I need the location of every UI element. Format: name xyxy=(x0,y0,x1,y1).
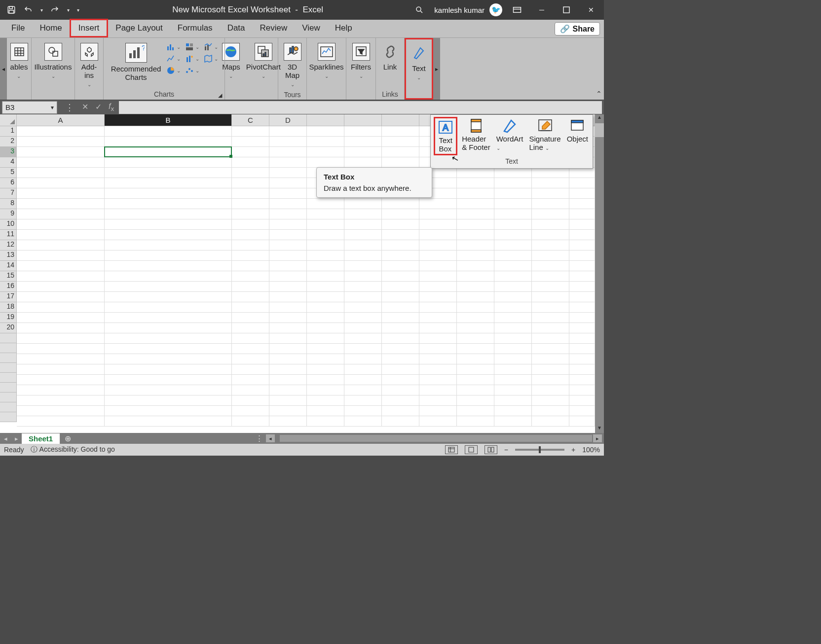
cell[interactable] xyxy=(232,375,269,385)
cell[interactable] xyxy=(382,199,419,209)
cell[interactable] xyxy=(457,313,494,323)
cell[interactable] xyxy=(269,188,307,199)
row-header[interactable]: 6 xyxy=(0,178,17,188)
cell[interactable] xyxy=(105,395,232,406)
cell[interactable] xyxy=(457,406,494,416)
cell[interactable] xyxy=(105,375,232,385)
column-chart-button[interactable]: ⌄ xyxy=(166,42,181,52)
column-header[interactable]: C xyxy=(232,114,269,126)
cell[interactable] xyxy=(232,313,269,323)
cell[interactable] xyxy=(269,313,307,323)
cell[interactable] xyxy=(232,323,269,333)
cell[interactable] xyxy=(532,313,569,323)
cell[interactable] xyxy=(344,292,382,302)
cell[interactable] xyxy=(532,292,569,302)
cell[interactable] xyxy=(232,292,269,302)
cell[interactable] xyxy=(307,364,344,375)
cell[interactable] xyxy=(344,416,382,427)
cell[interactable] xyxy=(105,271,232,282)
ribbon-scroll-left[interactable]: ◂ xyxy=(0,38,7,100)
cell[interactable] xyxy=(232,209,269,219)
cell[interactable] xyxy=(457,302,494,313)
cell[interactable] xyxy=(232,385,269,395)
tab-view[interactable]: View xyxy=(295,20,328,37)
row-header[interactable]: 3 xyxy=(0,147,17,157)
cell[interactable] xyxy=(307,344,344,354)
horizontal-scrollbar[interactable] xyxy=(280,435,592,442)
cell[interactable] xyxy=(419,313,457,323)
cell[interactable] xyxy=(494,344,532,354)
cell[interactable] xyxy=(382,385,419,395)
cell[interactable] xyxy=(457,271,494,282)
addins-button[interactable]: Add- ins⌄ xyxy=(77,41,101,89)
cell[interactable] xyxy=(419,261,457,271)
cell[interactable] xyxy=(344,271,382,282)
cell[interactable] xyxy=(569,416,595,427)
cell[interactable] xyxy=(457,178,494,188)
cell[interactable] xyxy=(344,313,382,323)
cell[interactable] xyxy=(307,219,344,230)
row-header[interactable]: 12 xyxy=(0,240,17,250)
cell[interactable] xyxy=(17,147,105,157)
cell[interactable] xyxy=(307,126,344,137)
zoom-level[interactable]: 100% xyxy=(582,446,600,454)
cell[interactable] xyxy=(569,178,595,188)
cell[interactable] xyxy=(382,147,419,157)
column-header[interactable]: A xyxy=(17,114,105,126)
row-header[interactable]: 20 xyxy=(0,323,17,333)
cell[interactable] xyxy=(307,250,344,261)
cell[interactable] xyxy=(569,292,595,302)
user-name[interactable]: kamlesh kumar xyxy=(434,6,485,14)
page-layout-view-button[interactable] xyxy=(465,445,478,454)
cell[interactable] xyxy=(569,250,595,261)
cell[interactable] xyxy=(344,240,382,250)
recommended-charts-button[interactable]: ? Recommended Charts xyxy=(108,41,164,84)
row-header[interactable]: 18 xyxy=(0,302,17,313)
search-icon[interactable] xyxy=(410,0,429,20)
cell[interactable] xyxy=(269,375,307,385)
cell[interactable] xyxy=(457,333,494,344)
column-header[interactable] xyxy=(344,114,382,126)
cell[interactable] xyxy=(532,188,569,199)
cell[interactable] xyxy=(344,395,382,406)
row-header[interactable]: 19 xyxy=(0,313,17,323)
cell[interactable] xyxy=(105,168,232,178)
cell[interactable] xyxy=(269,282,307,292)
cell[interactable] xyxy=(419,395,457,406)
cell[interactable] xyxy=(307,416,344,427)
cell[interactable] xyxy=(344,385,382,395)
cell[interactable] xyxy=(457,250,494,261)
row-header[interactable]: 14 xyxy=(0,261,17,271)
cell[interactable] xyxy=(105,261,232,271)
cell[interactable] xyxy=(105,282,232,292)
cell[interactable] xyxy=(419,416,457,427)
pivotchart-button[interactable]: PivotChart⌄ xyxy=(243,41,284,82)
row-header[interactable]: 13 xyxy=(0,250,17,261)
line-chart-button[interactable]: ⌄ xyxy=(166,54,181,64)
row-header[interactable]: 11 xyxy=(0,230,17,240)
row-header[interactable]: 5 xyxy=(0,168,17,178)
cell[interactable] xyxy=(269,385,307,395)
cell[interactable] xyxy=(382,126,419,137)
cell[interactable] xyxy=(569,354,595,364)
cell[interactable] xyxy=(232,344,269,354)
cell[interactable] xyxy=(17,137,105,147)
cell[interactable] xyxy=(494,385,532,395)
namebox-options[interactable]: ⋮ xyxy=(62,102,77,113)
cell[interactable] xyxy=(232,219,269,230)
header-footer-button[interactable]: Header & Footer xyxy=(460,117,492,155)
cell[interactable] xyxy=(105,323,232,333)
cell[interactable] xyxy=(419,333,457,344)
cell[interactable] xyxy=(419,344,457,354)
cell[interactable] xyxy=(494,219,532,230)
row-header[interactable]: 16 xyxy=(0,282,17,292)
cell[interactable] xyxy=(494,395,532,406)
cell[interactable] xyxy=(344,302,382,313)
cell[interactable] xyxy=(457,188,494,199)
cell[interactable] xyxy=(569,168,595,178)
cell[interactable] xyxy=(17,333,105,344)
cell[interactable] xyxy=(105,178,232,188)
cell[interactable] xyxy=(532,282,569,292)
cell[interactable] xyxy=(569,344,595,354)
cell[interactable] xyxy=(344,323,382,333)
